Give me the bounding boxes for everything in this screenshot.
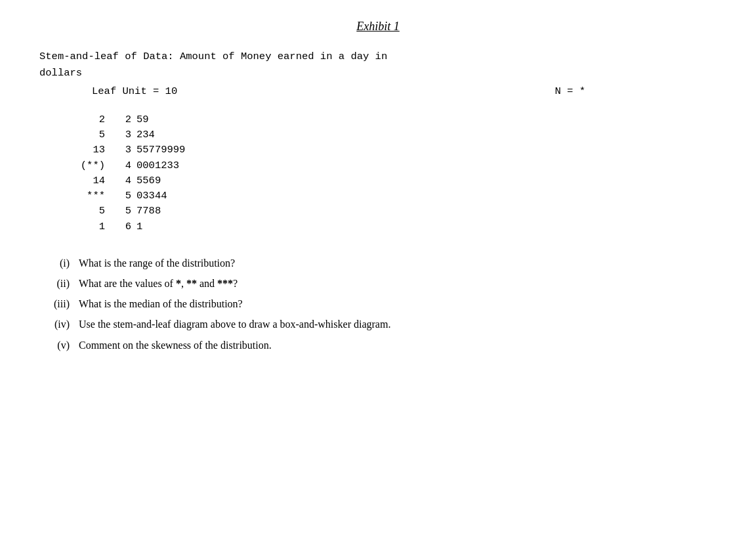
row-stem: 3 bbox=[105, 143, 131, 158]
question-text: Comment on the skewness of the distribut… bbox=[79, 336, 717, 354]
row-stem: 4 bbox=[105, 158, 131, 173]
question-item: (iii)What is the median of the distribut… bbox=[39, 295, 717, 313]
row-stem: 6 bbox=[105, 219, 131, 234]
stem-leaf-row: 13355779999 bbox=[66, 143, 717, 158]
row-count: 14 bbox=[66, 173, 105, 188]
question-text: What is the range of the distribution? bbox=[79, 254, 717, 272]
row-stem: 2 bbox=[105, 112, 131, 127]
stem-leaf-row: ***503344 bbox=[66, 188, 717, 204]
stem-leaf-row: 53234 bbox=[66, 127, 717, 143]
question-label: (iii) bbox=[39, 295, 79, 313]
description-line2: dollars bbox=[39, 66, 717, 81]
description-line1: Stem-and-leaf of Data: Amount of Money e… bbox=[39, 49, 717, 64]
row-count: 5 bbox=[66, 204, 105, 219]
leaf-unit: Leaf Unit = 10 bbox=[92, 84, 177, 99]
question-item: (ii)What are the values of *, ** and ***… bbox=[39, 275, 717, 292]
question-text: Use the stem-and-leaf diagram above to d… bbox=[79, 315, 717, 333]
row-count: *** bbox=[66, 188, 105, 204]
stem-leaf-row: 2259 bbox=[66, 112, 717, 127]
row-stem: 5 bbox=[105, 204, 131, 219]
stem-leaf-row: 557788 bbox=[66, 204, 717, 219]
questions-block: (i)What is the range of the distribution… bbox=[39, 254, 717, 354]
question-item: (i)What is the range of the distribution… bbox=[39, 254, 717, 272]
row-count: 5 bbox=[66, 127, 105, 143]
question-item: (iv)Use the stem-and-leaf diagram above … bbox=[39, 315, 717, 333]
row-leaves: 55779999 bbox=[136, 143, 185, 158]
row-stem: 3 bbox=[105, 127, 131, 143]
question-item: (v)Comment on the skewness of the distri… bbox=[39, 336, 717, 354]
row-count: 13 bbox=[66, 143, 105, 158]
row-leaves: 234 bbox=[136, 127, 155, 143]
row-count: (**) bbox=[66, 158, 105, 173]
stem-leaf-block: Stem-and-leaf of Data: Amount of Money e… bbox=[39, 49, 717, 234]
stem-leaf-row: 161 bbox=[66, 219, 717, 234]
stem-leaf-row: 1445569 bbox=[66, 173, 717, 188]
question-label: (i) bbox=[39, 254, 79, 272]
row-leaves: 5569 bbox=[136, 173, 161, 188]
stem-leaf-row: (**)40001233 bbox=[66, 158, 717, 173]
exhibit-title: Exhibit 1 bbox=[39, 20, 717, 33]
row-count: 1 bbox=[66, 219, 105, 234]
question-text: What is the median of the distribution? bbox=[79, 295, 717, 313]
data-rows: 22595323413355779999(**)400012331445569*… bbox=[39, 112, 717, 234]
row-stem: 5 bbox=[105, 188, 131, 204]
n-value: N = * bbox=[555, 84, 585, 99]
row-leaves: 7788 bbox=[136, 204, 161, 219]
question-label: (ii) bbox=[39, 275, 79, 292]
question-label: (v) bbox=[39, 336, 79, 354]
row-stem: 4 bbox=[105, 173, 131, 188]
row-leaves: 1 bbox=[136, 219, 142, 234]
question-label: (iv) bbox=[39, 315, 79, 333]
row-leaves: 03344 bbox=[136, 188, 167, 204]
row-count: 2 bbox=[66, 112, 105, 127]
question-text: What are the values of *, ** and ***? bbox=[79, 275, 717, 292]
row-leaves: 59 bbox=[136, 112, 149, 127]
row-leaves: 0001233 bbox=[136, 158, 179, 173]
